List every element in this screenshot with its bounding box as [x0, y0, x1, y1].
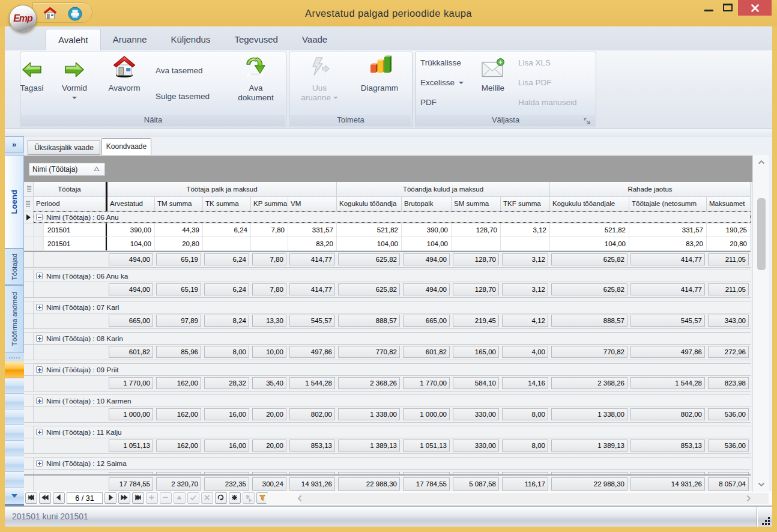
column-header[interactable]: TKF summa [501, 197, 550, 211]
print-icon[interactable] [68, 7, 82, 21]
minimize-button[interactable] [700, 0, 718, 16]
expand-group-icon[interactable] [36, 304, 43, 310]
sidebar-cell[interactable] [5, 472, 24, 488]
ribbon-button-meilile[interactable]: Meilile [475, 56, 511, 93]
ribbon-button-lisa-pdf[interactable]: Lisa PDF [518, 76, 552, 89]
cell-value[interactable]: 104,00 [402, 237, 452, 251]
grid-band-header[interactable]: Rahade jaotus [550, 182, 751, 197]
navigator-expand-all-button[interactable] [229, 492, 241, 504]
cell-value[interactable] [501, 237, 550, 251]
ribbon-button-uus-aruanne[interactable]: Uusaruanne [300, 56, 339, 103]
ribbon-button-avavorm[interactable]: Avavorm [105, 56, 144, 93]
sidebar-cell[interactable] [5, 394, 24, 410]
resize-grip[interactable] [757, 507, 772, 527]
ribbon-button-vormid[interactable]: Vormid [58, 56, 91, 103]
column-header-periood[interactable]: Periood [34, 197, 106, 211]
application-button[interactable]: Emp [9, 5, 37, 32]
cell-value[interactable]: 3,12 [501, 223, 550, 237]
expand-group-icon[interactable] [36, 429, 43, 435]
sidebar-cell[interactable] [5, 378, 24, 394]
cell-value[interactable]: 104,00 [337, 237, 402, 251]
cell-value[interactable]: 104,00 [550, 237, 629, 251]
cell-value[interactable]: 7,80 [251, 223, 288, 237]
navigator-first-button[interactable] [25, 492, 37, 504]
ribbon-tab-tegevused[interactable]: Tegevused [222, 29, 290, 50]
vertical-scrollbar-thumb[interactable] [757, 198, 766, 270]
grid-band-header[interactable]: Töötaja palk ja maksud [107, 182, 337, 197]
column-header[interactable]: KP summa [251, 197, 288, 211]
sidebar-cell[interactable] [5, 410, 24, 425]
cell-value[interactable]: 44,39 [155, 223, 203, 237]
ribbon-button-ava-dokument[interactable]: Avadokument [234, 56, 277, 103]
column-header[interactable]: Arvestatud [107, 197, 155, 211]
ribbon-tab-küljendus[interactable]: Küljendus [159, 29, 222, 50]
group-row[interactable]: Nimi (Töötaja) : 12 Saima [24, 458, 751, 470]
ribbon-tab-avaleht[interactable]: Avaleht [46, 29, 101, 50]
sidebar-cell[interactable] [5, 425, 24, 441]
column-chooser-button[interactable] [24, 182, 34, 197]
sidebar-cell-dropdown[interactable] [5, 488, 24, 506]
group-row[interactable]: Nimi (Töötaja) : 10 Karmen [24, 395, 751, 407]
cell-value[interactable]: 83,20 [288, 237, 337, 251]
scroll-up-icon[interactable] [753, 157, 770, 168]
group-field-chip[interactable]: Nimi (Töötaja) [29, 163, 105, 176]
navigator-prev-page-button[interactable] [39, 492, 51, 504]
grid-band-header[interactable]: Töötaja [34, 182, 106, 197]
column-header[interactable]: Maksuamet [707, 197, 751, 211]
ribbon-tab-aruanne[interactable]: Aruanne [101, 29, 159, 50]
group-row[interactable]: Nimi (Töötaja) : 06 Anu [24, 211, 751, 223]
sidebar-expand-button[interactable]: » [5, 136, 24, 153]
navigator-prev-button[interactable] [53, 492, 65, 504]
cell-value[interactable]: 331,57 [629, 223, 707, 237]
cell-value[interactable]: 6,24 [203, 223, 251, 237]
ribbon-button-tagasi[interactable]: Tagasi [16, 56, 48, 93]
cell-value[interactable]: 390,00 [107, 223, 155, 237]
cell-value[interactable]: 20,80 [155, 237, 203, 251]
column-header[interactable]: Kogukulu tööandja [337, 197, 402, 211]
ribbon-button-trükkalisse[interactable]: Trükkalisse [420, 56, 461, 69]
expand-group-icon[interactable] [36, 366, 43, 373]
horizontal-scrollbar[interactable] [266, 493, 769, 504]
sidebar-tab-töötajad[interactable]: Töötajad [5, 249, 24, 285]
expand-group-icon[interactable] [36, 335, 43, 342]
ribbon-button-lisa-xls[interactable]: Lisa XLS [518, 56, 551, 69]
dialog-launcher-button[interactable] [584, 116, 592, 125]
sidebar-cell[interactable] [5, 441, 24, 456]
scroll-right-icon[interactable] [746, 493, 751, 504]
expand-group-icon[interactable] [36, 273, 43, 279]
navigator-next-button[interactable] [104, 492, 116, 504]
cell-value[interactable]: 521,82 [337, 223, 402, 237]
scroll-down-icon[interactable] [753, 479, 770, 490]
grid-band-header[interactable]: Tööandja kulud ja maksud [337, 182, 550, 197]
sidebar-tab-loend[interactable]: Loend [5, 155, 24, 249]
cell-value[interactable]: 83,20 [629, 237, 707, 251]
ribbon-button-ava-tasemed[interactable]: Ava tasemed [156, 64, 203, 77]
cell-value[interactable] [203, 237, 251, 251]
expand-group-icon[interactable] [36, 460, 43, 467]
group-row[interactable]: Nimi (Töötaja) : 07 Karl [24, 301, 751, 313]
document-tab-üksikasjalik-vaade[interactable]: Üksikasjalik vaade [28, 140, 100, 155]
ribbon-button-diagramm[interactable]: Diagramm [355, 56, 404, 93]
cell-value[interactable] [251, 237, 288, 251]
data-row[interactable]: 201501104,0020,8083,20104,00104,00104,00… [24, 237, 751, 251]
cell-periood[interactable]: 201501 [44, 223, 106, 237]
group-row[interactable]: Nimi (Töötaja) : 11 Kalju [24, 426, 751, 438]
column-header[interactable]: VM [288, 197, 337, 211]
cell-value[interactable]: 104,00 [107, 237, 155, 251]
sidebar-drag-grip[interactable] [5, 355, 24, 360]
cell-periood[interactable]: 201501 [44, 237, 106, 251]
close-button[interactable] [738, 0, 772, 16]
sidebar-tab-tööfirma-andmed[interactable]: Tööfirma andmed [5, 285, 24, 353]
group-row[interactable]: Nimi (Töötaja) : 08 Karin [24, 333, 751, 345]
cell-value[interactable]: 190,25 [707, 223, 751, 237]
group-row[interactable]: Nimi (Töötaja) : 06 Anu ka [24, 270, 751, 282]
ribbon-button-sulge-tasemed[interactable]: Sulge tasemed [156, 90, 210, 103]
cell-value[interactable]: 128,70 [452, 223, 501, 237]
column-header[interactable]: Töötajale (netosumm [629, 197, 707, 211]
home-icon[interactable] [43, 7, 57, 21]
ribbon-tab-vaade[interactable]: Vaade [290, 29, 339, 50]
navigator-refresh-button[interactable] [215, 492, 227, 504]
sidebar-cell[interactable] [5, 456, 24, 472]
column-header[interactable]: TK summa [203, 197, 251, 211]
maximize-button[interactable] [719, 0, 737, 16]
